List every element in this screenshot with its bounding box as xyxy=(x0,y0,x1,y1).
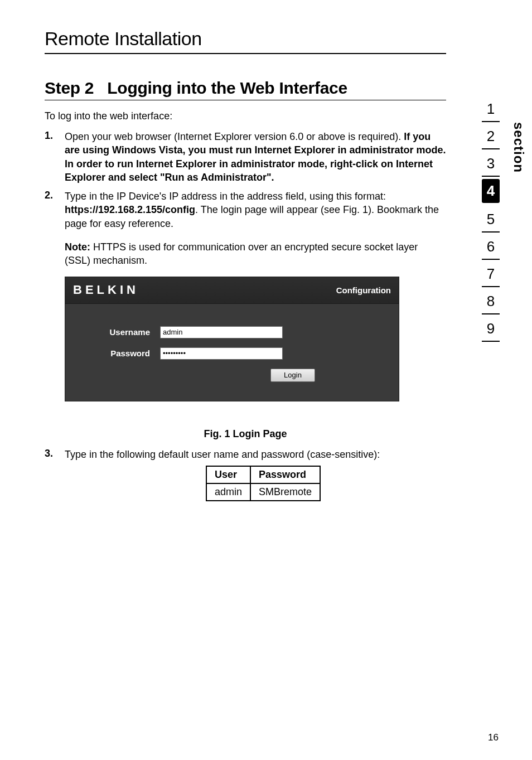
list-item: 2. Type in the IP Device's IP address in… xyxy=(45,190,446,230)
step-name: Logging into the Web Interface xyxy=(107,79,347,97)
tab-8[interactable]: 8 xyxy=(482,287,500,314)
list-body: Open your web browser (Internet Explorer… xyxy=(65,130,446,184)
list-number: 2. xyxy=(45,190,65,230)
config-title: Configuration xyxy=(336,285,391,295)
button-row: Login xyxy=(82,369,382,382)
step-number: Step 2 xyxy=(45,79,94,97)
tab-3[interactable]: 3 xyxy=(482,149,500,177)
list-number: 1. xyxy=(45,130,65,184)
step-heading: Step 2 Logging into the Web Interface xyxy=(45,79,482,98)
login-body: Username Password Login xyxy=(65,304,399,401)
figure-caption: Fig. 1 Login Page xyxy=(45,428,446,440)
page-title: Remote Installation xyxy=(45,28,482,50)
list-body: Type in the following default user name … xyxy=(65,448,380,461)
text: Type in the IP Device's IP address in th… xyxy=(65,191,386,202)
section-tabs: 1 2 3 4 5 6 7 8 9 xyxy=(474,95,507,342)
note-block: Note: HTTPS is used for communication ov… xyxy=(65,240,446,268)
tab-7[interactable]: 7 xyxy=(482,260,500,287)
password-input[interactable] xyxy=(160,347,283,360)
tab-1[interactable]: 1 xyxy=(482,95,500,122)
ordered-list: 1. Open your web browser (Internet Explo… xyxy=(45,130,446,230)
text: Open your web browser (Internet Explorer… xyxy=(65,131,404,142)
page: Remote Installation Step 2 Logging into … xyxy=(0,0,532,760)
credentials-table: User Password admin SMBremote xyxy=(206,466,321,501)
tab-4[interactable]: 4 xyxy=(482,179,500,203)
td-user: admin xyxy=(206,483,250,501)
tab-2[interactable]: 2 xyxy=(482,122,500,149)
title-block: Remote Installation xyxy=(45,28,482,54)
login-header: BELKIN Configuration xyxy=(65,277,399,304)
login-screenshot: BELKIN Configuration Username Password L… xyxy=(65,277,399,401)
td-password: SMBremote xyxy=(250,483,320,501)
tab-6[interactable]: 6 xyxy=(482,233,500,260)
tab-9[interactable]: 9 xyxy=(482,314,500,342)
th-password: Password xyxy=(250,466,320,483)
table-row: User Password xyxy=(206,466,320,483)
th-user: User xyxy=(206,466,250,483)
list-item: 3. Type in the following default user na… xyxy=(45,448,446,461)
password-row: Password xyxy=(82,347,382,360)
username-row: Username xyxy=(82,326,382,338)
step-rule xyxy=(45,100,446,100)
page-number: 16 xyxy=(488,732,499,743)
intro-text: To log into the web interface: xyxy=(45,110,482,122)
list-body: Type in the IP Device's IP address in th… xyxy=(65,190,446,230)
note-text: HTTPS is used for communication over an … xyxy=(65,241,418,266)
section-label: section xyxy=(511,122,526,173)
list-item: 1. Open your web browser (Internet Explo… xyxy=(45,130,446,184)
ordered-list-cont: 3. Type in the following default user na… xyxy=(45,448,446,461)
title-rule xyxy=(45,53,446,54)
password-label: Password xyxy=(82,348,160,358)
list-number: 3. xyxy=(45,448,65,461)
table-row: admin SMBremote xyxy=(206,483,320,501)
note-label: Note: xyxy=(65,241,90,253)
username-label: Username xyxy=(82,327,160,337)
url-text: https://192.168.2.155/config xyxy=(65,204,195,215)
username-input[interactable] xyxy=(160,326,283,338)
tab-5[interactable]: 5 xyxy=(482,205,500,233)
login-button[interactable]: Login xyxy=(270,369,315,382)
brand-logo: BELKIN xyxy=(73,283,139,297)
